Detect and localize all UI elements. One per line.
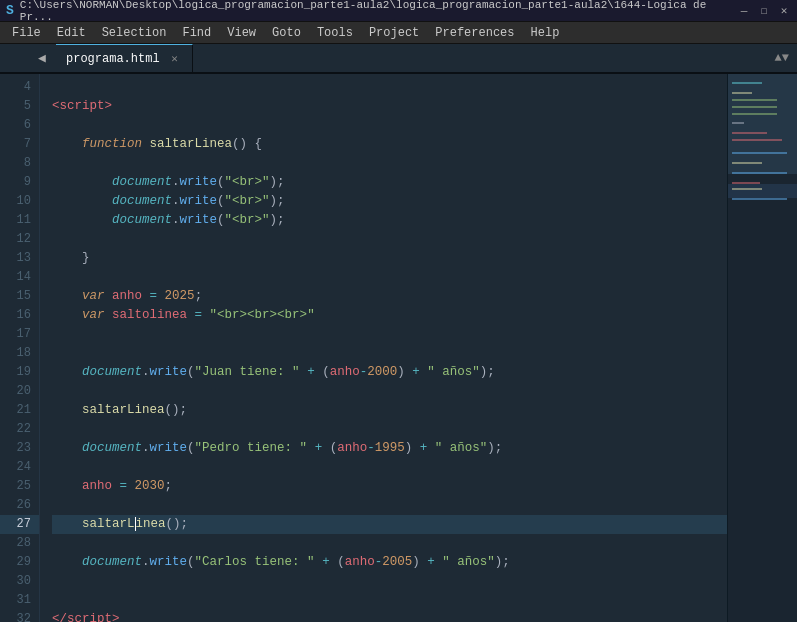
minimap-svg	[728, 74, 797, 622]
tab-bar: ◀ programa.html ✕ ▲▼	[0, 44, 797, 74]
code-line-9: document.write("<br>");	[52, 173, 727, 192]
line-num-8: 8	[0, 154, 39, 173]
line-num-24: 24	[0, 458, 39, 477]
line-num-20: 20	[0, 382, 39, 401]
line-num-13: 13	[0, 249, 39, 268]
menu-preferences[interactable]: Preferences	[427, 22, 522, 44]
line-num-5: 5	[0, 97, 39, 116]
code-line-22	[52, 420, 727, 439]
app-icon: S	[6, 3, 14, 18]
line-num-21: 21	[0, 401, 39, 420]
code-line-27: saltarLinea();	[52, 515, 727, 534]
line-num-31: 31	[0, 591, 39, 610]
svg-rect-10	[732, 162, 762, 164]
svg-rect-7	[732, 132, 767, 134]
code-line-20	[52, 382, 727, 401]
code-line-21: saltarLinea();	[52, 401, 727, 420]
line-num-30: 30	[0, 572, 39, 591]
line-num-12: 12	[0, 230, 39, 249]
line-num-10: 10	[0, 192, 39, 211]
code-line-10: document.write("<br>");	[52, 192, 727, 211]
code-line-28	[52, 534, 727, 553]
code-line-15: var anho = 2025;	[52, 287, 727, 306]
line-num-32: 32	[0, 610, 39, 622]
line-numbers: 4 5 6 7 8 9 10 11 12 13 14 15 16 17 18 1…	[0, 74, 40, 622]
svg-rect-13	[728, 184, 797, 198]
tab-nav-left[interactable]: ◀	[28, 44, 56, 72]
menu-file[interactable]: File	[4, 22, 49, 44]
code-line-18	[52, 344, 727, 363]
close-button[interactable]: ✕	[777, 4, 791, 18]
code-line-23: document.write("Pedro tiene: " + (anho-1…	[52, 439, 727, 458]
line-num-17: 17	[0, 325, 39, 344]
line-num-19: 19	[0, 363, 39, 382]
line-num-26: 26	[0, 496, 39, 515]
code-line-32: </script>	[52, 610, 727, 622]
code-line-31	[52, 591, 727, 610]
svg-rect-2	[732, 92, 752, 94]
svg-rect-12	[732, 182, 760, 184]
svg-rect-15	[732, 198, 787, 200]
new-tab-button[interactable]: ▲▼	[767, 44, 797, 72]
code-line-4	[52, 78, 727, 97]
line-num-15: 15	[0, 287, 39, 306]
line-num-25: 25	[0, 477, 39, 496]
line-num-7: 7	[0, 135, 39, 154]
code-line-8	[52, 154, 727, 173]
code-line-29: document.write("Carlos tiene: " + (anho-…	[52, 553, 727, 572]
code-line-5: <script>	[52, 97, 727, 116]
code-line-6	[52, 116, 727, 135]
tab-close-button[interactable]: ✕	[168, 52, 182, 66]
svg-rect-5	[732, 113, 777, 115]
code-area[interactable]: <script> function saltarLinea() { docume…	[40, 74, 727, 622]
tab-label: programa.html	[66, 52, 160, 66]
menu-tools[interactable]: Tools	[309, 22, 361, 44]
code-line-12	[52, 230, 727, 249]
menu-help[interactable]: Help	[523, 22, 568, 44]
svg-rect-11	[732, 172, 787, 174]
line-num-11: 11	[0, 211, 39, 230]
title-bar-controls[interactable]: — ☐ ✕	[737, 4, 791, 18]
line-num-23: 23	[0, 439, 39, 458]
tab-programa-html[interactable]: programa.html ✕	[56, 44, 193, 72]
menu-project[interactable]: Project	[361, 22, 427, 44]
code-line-19: document.write("Juan tiene: " + (anho-20…	[52, 363, 727, 382]
menu-view[interactable]: View	[219, 22, 264, 44]
code-line-14	[52, 268, 727, 287]
line-num-18: 18	[0, 344, 39, 363]
line-num-16: 16	[0, 306, 39, 325]
minimize-button[interactable]: —	[737, 4, 751, 18]
svg-rect-9	[732, 152, 787, 154]
line-num-4: 4	[0, 78, 39, 97]
code-line-11: document.write("<br>");	[52, 211, 727, 230]
line-num-14: 14	[0, 268, 39, 287]
svg-rect-14	[732, 188, 762, 190]
menu-bar: File Edit Selection Find View Goto Tools…	[0, 22, 797, 44]
title-bar-path: S C:\Users\NORMAN\Desktop\logica_program…	[6, 0, 737, 23]
code-line-26	[52, 496, 727, 515]
menu-find[interactable]: Find	[174, 22, 219, 44]
line-num-22: 22	[0, 420, 39, 439]
editor-container: 4 5 6 7 8 9 10 11 12 13 14 15 16 17 18 1…	[0, 74, 797, 622]
code-line-25: anho = 2030;	[52, 477, 727, 496]
menu-goto[interactable]: Goto	[264, 22, 309, 44]
code-line-17	[52, 325, 727, 344]
maximize-button[interactable]: ☐	[757, 4, 771, 18]
menu-selection[interactable]: Selection	[94, 22, 175, 44]
line-num-29: 29	[0, 553, 39, 572]
code-line-13: }	[52, 249, 727, 268]
svg-rect-8	[732, 139, 782, 141]
code-line-24	[52, 458, 727, 477]
code-line-30	[52, 572, 727, 591]
minimap	[727, 74, 797, 622]
line-num-6: 6	[0, 116, 39, 135]
line-num-27: 27	[0, 515, 39, 534]
svg-rect-6	[732, 122, 744, 124]
line-num-28: 28	[0, 534, 39, 553]
title-path: C:\Users\NORMAN\Desktop\logica_programac…	[20, 0, 737, 23]
code-line-7: function saltarLinea() {	[52, 135, 727, 154]
line-num-9: 9	[0, 173, 39, 192]
svg-rect-4	[732, 106, 777, 108]
code-line-16: var saltolinea = "<br><br><br>"	[52, 306, 727, 325]
menu-edit[interactable]: Edit	[49, 22, 94, 44]
